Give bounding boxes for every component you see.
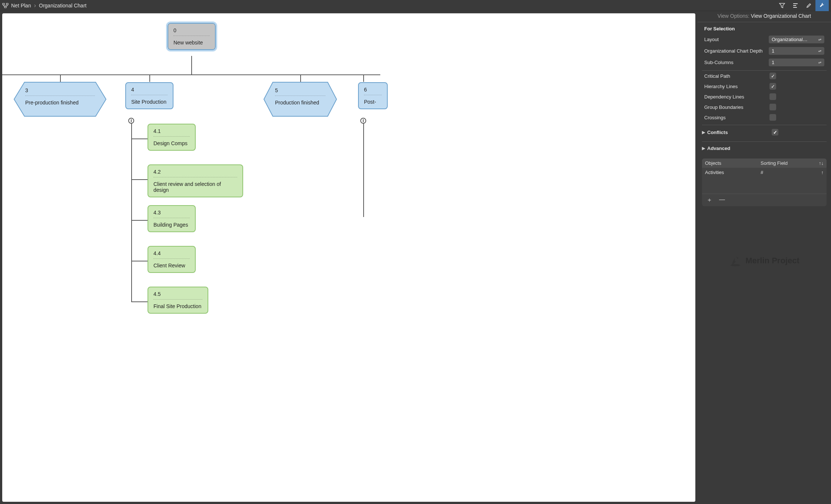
node-title: New website	[173, 40, 210, 46]
crossings-checkbox[interactable]: ✓	[769, 114, 776, 121]
milestone-node[interactable]: 5 Production finished	[263, 81, 337, 117]
table-row[interactable]: Activities # ↑	[702, 168, 827, 177]
col-objects[interactable]: Objects	[702, 158, 758, 168]
disclosure-triangle-icon: ▶	[702, 146, 705, 151]
align-button[interactable]	[789, 0, 802, 11]
connector	[131, 138, 148, 139]
updown-icon: ▴▾	[818, 61, 821, 63]
milestone-node[interactable]: 3 Pre-production finished	[13, 81, 107, 117]
inspector-panel: View Options: View Organizational Chart …	[698, 11, 831, 504]
layout-label: Layout	[704, 37, 766, 42]
advanced-row[interactable]: ▶ Advanced	[698, 142, 831, 155]
node-title: Production finished	[275, 100, 325, 106]
updown-icon: ▴▾	[818, 50, 821, 52]
node-id: 4.4	[153, 250, 190, 259]
node-title: Post-	[364, 99, 382, 105]
filter-button[interactable]	[775, 0, 789, 11]
connector	[131, 261, 148, 261]
group-node[interactable]: 4 Site Production	[125, 82, 173, 109]
depth-label: Organizational Chart Depth	[704, 48, 766, 54]
net-plan-icon	[2, 3, 9, 8]
connector	[363, 121, 364, 217]
expand-ring-icon[interactable]	[128, 118, 134, 124]
conflicts-row[interactable]: ▶ Conflicts ✓	[698, 125, 831, 139]
task-node[interactable]: 4.4 Client Review	[148, 246, 196, 273]
task-node[interactable]: 4.1 Design Comps	[148, 124, 196, 151]
svg-rect-0	[3, 3, 4, 5]
node-title: Building Pages	[153, 222, 190, 228]
svg-rect-1	[6, 3, 8, 5]
org-chart-canvas[interactable]: 0 New website 3 Pre-production finished …	[2, 13, 695, 502]
node-id: 5	[275, 87, 325, 96]
node-id: 0	[173, 27, 210, 36]
connector	[363, 74, 364, 82]
group-boundaries-checkbox[interactable]: ✓	[769, 104, 776, 110]
node-id: 4.5	[153, 291, 202, 300]
node-title: Site Production	[131, 99, 168, 105]
connector	[191, 56, 192, 74]
crossings-label: Crossings	[704, 115, 767, 120]
node-id: 4.2	[153, 169, 237, 177]
subcols-select[interactable]: 1 ▴▾	[769, 59, 824, 66]
node-title: Client review and selection of design	[153, 181, 237, 193]
wrench-button[interactable]	[815, 0, 829, 11]
add-button[interactable]: ＋	[706, 196, 712, 204]
breadcrumb-root[interactable]: Net Plan	[11, 3, 31, 9]
connector	[131, 179, 148, 180]
subcols-label: Sub-Columns	[704, 60, 766, 65]
svg-point-5	[731, 264, 740, 266]
chevron-right-icon: ›	[34, 2, 36, 9]
svg-rect-2	[4, 6, 6, 8]
node-title: Pre-production finished	[25, 100, 95, 106]
merlin-logo-icon	[729, 254, 742, 267]
dependency-lines-checkbox[interactable]: ✓	[769, 93, 776, 100]
task-node[interactable]: 4.2 Client review and selection of desig…	[148, 164, 243, 197]
connector	[131, 220, 148, 221]
section-for-selection: For Selection	[698, 22, 831, 34]
connector	[131, 121, 132, 302]
node-id: 3	[25, 87, 95, 96]
node-title: Final Site Production	[153, 303, 202, 309]
group-node[interactable]: 6 Post-	[358, 82, 388, 109]
layout-select[interactable]: Organizational… ▴▾	[769, 36, 824, 43]
col-sorting[interactable]: Sorting Field	[758, 158, 813, 168]
connector	[2, 74, 380, 75]
dependency-lines-label: Dependency Lines	[704, 94, 767, 100]
inspector-header: View Options: View Organizational Chart	[698, 11, 831, 22]
breadcrumb: Net Plan › Organizational Chart	[2, 2, 86, 9]
node-id: 4	[131, 87, 168, 95]
group-boundaries-label: Group Boundaries	[704, 104, 767, 110]
connector	[60, 74, 61, 82]
remove-button[interactable]: —	[719, 196, 725, 204]
disclosure-triangle-icon: ▶	[702, 130, 705, 135]
node-title: Design Comps	[153, 140, 190, 146]
col-direction[interactable]: ↑↓	[813, 158, 827, 168]
expand-ring-icon[interactable]	[360, 118, 366, 124]
brush-button[interactable]	[802, 0, 815, 11]
hierarchy-lines-label: Hierarchy Lines	[704, 84, 767, 89]
node-id: 4.3	[153, 210, 190, 218]
hierarchy-lines-checkbox[interactable]: ✓	[769, 83, 776, 90]
node-id: 6	[364, 87, 382, 95]
node-title: Client Review	[153, 263, 190, 268]
task-node[interactable]: 4.5 Final Site Production	[148, 287, 208, 314]
critical-path-label: Critical Path	[704, 73, 767, 79]
connector	[131, 301, 148, 302]
connector	[149, 74, 150, 82]
conflicts-checkbox[interactable]: ✓	[772, 129, 778, 136]
updown-icon: ▴▾	[818, 39, 821, 40]
brand-watermark: Merlin Project	[698, 210, 831, 274]
critical-path-checkbox[interactable]: ✓	[769, 73, 776, 79]
task-node[interactable]: 4.3 Building Pages	[148, 205, 196, 232]
node-id: 4.1	[153, 128, 190, 137]
breadcrumb-current[interactable]: Organizational Chart	[39, 3, 86, 9]
depth-select[interactable]: 1 ▴▾	[769, 47, 824, 55]
sorting-table: Objects Sorting Field ↑↓ Activities # ↑ …	[702, 158, 827, 206]
root-node[interactable]: 0 New website	[168, 23, 216, 50]
connector	[300, 74, 301, 82]
